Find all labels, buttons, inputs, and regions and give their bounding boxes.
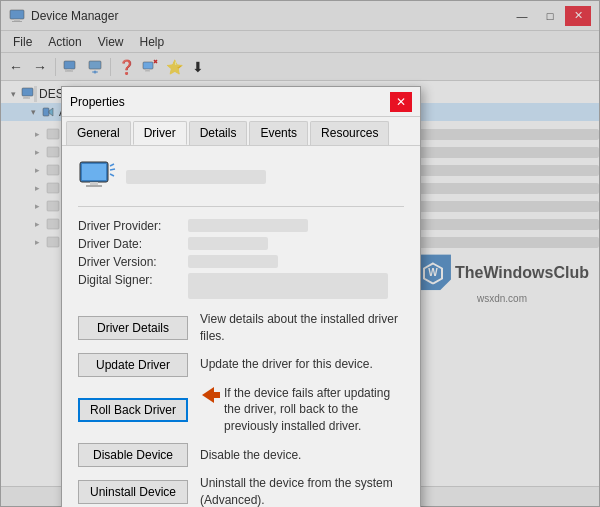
tab-events[interactable]: Events [249,121,308,145]
device-icon [78,158,116,196]
tab-general[interactable]: General [66,121,131,145]
action-row-roll-back: Roll Back Driver If the device fails aft… [78,385,404,435]
update-driver-button[interactable]: Update Driver [78,353,188,377]
action-row-driver-details: Driver Details View details about the in… [78,311,404,345]
dialog-close-button[interactable]: ✕ [390,92,412,112]
properties-dialog: Properties ✕ General Driver Details Even… [61,86,421,507]
disable-device-desc: Disable the device. [200,447,301,464]
dialog-titlebar: Properties ✕ [62,87,420,117]
driver-info: Driver Provider: Driver Date: Driver Ver… [78,219,404,299]
digital-signer-label: Digital Signer: [78,273,188,287]
svg-marker-33 [202,387,220,403]
action-row-update-driver: Update Driver Update the driver for this… [78,353,404,377]
device-name [126,170,266,184]
roll-back-driver-button[interactable]: Roll Back Driver [78,398,188,422]
driver-version-value [188,255,278,268]
driver-details-desc: View details about the installed driver … [200,311,404,345]
dialog-title: Properties [70,95,125,109]
disable-device-button[interactable]: Disable Device [78,443,188,467]
arrow-icon [200,385,220,405]
update-driver-desc: Update the driver for this device. [200,356,373,373]
driver-provider-label: Driver Provider: [78,219,188,233]
svg-line-30 [110,164,114,166]
driver-version-row: Driver Version: [78,255,404,269]
driver-provider-row: Driver Provider: [78,219,404,233]
driver-date-label: Driver Date: [78,237,188,251]
svg-line-32 [110,174,114,176]
tab-driver[interactable]: Driver [133,121,187,145]
driver-date-row: Driver Date: [78,237,404,251]
digital-signer-value [188,273,388,299]
digital-signer-row: Digital Signer: [78,273,404,299]
roll-back-desc-container: If the device fails after updating the d… [200,385,404,435]
tab-resources[interactable]: Resources [310,121,389,145]
roll-back-desc: If the device fails after updating the d… [224,385,404,435]
uninstall-device-desc: Uninstall the device from the system (Ad… [200,475,404,507]
tab-details[interactable]: Details [189,121,248,145]
uninstall-device-button[interactable]: Uninstall Device [78,480,188,504]
device-header [78,158,404,207]
device-manager-window: Device Manager — □ ✕ File Action View He… [0,0,600,507]
dialog-body: Driver Provider: Driver Date: Driver Ver… [62,146,420,507]
action-row-uninstall: Uninstall Device Uninstall the device fr… [78,475,404,507]
svg-rect-27 [82,164,106,180]
dialog-tabs: General Driver Details Events Resources [62,117,420,146]
driver-details-button[interactable]: Driver Details [78,316,188,340]
svg-rect-29 [86,185,102,187]
svg-line-31 [110,169,115,170]
driver-date-value [188,237,268,250]
action-row-disable: Disable Device Disable the device. [78,443,404,467]
driver-version-label: Driver Version: [78,255,188,269]
driver-provider-value [188,219,308,232]
